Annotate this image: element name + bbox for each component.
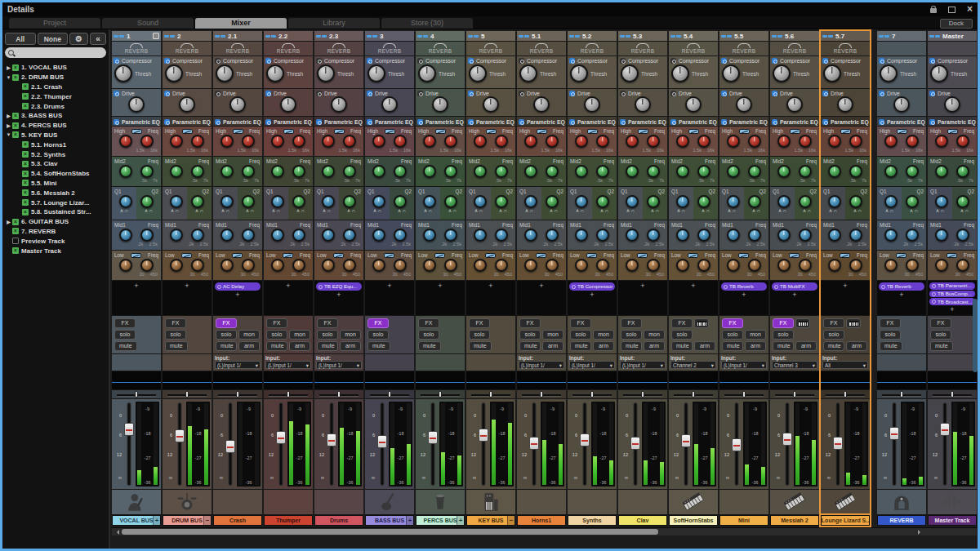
pan-handle[interactable]: [185, 391, 189, 398]
high-gain-knob[interactable]: [935, 135, 948, 148]
q2-knob[interactable]: [748, 195, 761, 208]
track-name-label[interactable]: KEY BUS −: [466, 515, 515, 526]
q1-knob[interactable]: [170, 195, 183, 208]
fx-button[interactable]: FX: [722, 318, 743, 328]
sidebar-track-item[interactable]: × 5.7. Lounge Lizar...: [5, 198, 106, 207]
pan-handle[interactable]: [590, 391, 594, 398]
monitor-button[interactable]: mon: [644, 330, 665, 340]
shelf-toggle-icon[interactable]: [840, 129, 851, 134]
pan-handle[interactable]: [287, 391, 290, 398]
pan-handle[interactable]: [236, 391, 239, 398]
drive-knob[interactable]: [533, 96, 550, 113]
fx-button[interactable]: FX: [114, 318, 136, 328]
power-icon[interactable]: [879, 91, 884, 96]
fx-button[interactable]: FX: [469, 318, 490, 328]
low-gain-knob[interactable]: [423, 259, 436, 272]
track-name-label[interactable]: VOCAL BUS +: [112, 515, 161, 526]
sidebar-track-item[interactable]: × 5.6. Messiah 2: [5, 188, 106, 198]
volume-fader[interactable]: [832, 402, 843, 487]
volume-fader[interactable]: [939, 402, 950, 487]
sidebar-track-item[interactable]: × 5.2. Synths: [5, 149, 106, 159]
shelf-toggle-icon[interactable]: [536, 253, 546, 258]
fader-cap[interactable]: [124, 423, 134, 436]
channel-header[interactable]: 5.1: [517, 31, 566, 42]
pan-slider[interactable]: [264, 390, 313, 399]
mute-button[interactable]: mute: [671, 341, 693, 351]
visibility-checkbox[interactable]: ×: [22, 141, 29, 148]
shelf-toggle-icon[interactable]: [385, 129, 395, 134]
arm-button[interactable]: arm: [694, 341, 715, 351]
insert-chip[interactable]: TB Broadcast...: [929, 298, 975, 305]
arm-button[interactable]: arm: [593, 341, 614, 351]
q1-knob[interactable]: [676, 195, 689, 208]
insert-chip[interactable]: TB Reverb: [721, 282, 767, 291]
all-button[interactable]: All: [5, 33, 36, 45]
mute-button[interactable]: mute: [621, 341, 642, 351]
tab-store-30-[interactable]: Store (30): [381, 18, 473, 29]
send-slot[interactable]: REVERB: [314, 42, 363, 56]
drive-knob[interactable]: [893, 96, 910, 113]
fx-button[interactable]: FX: [216, 318, 237, 328]
channel-header[interactable]: 5.3: [618, 31, 667, 42]
solo-button[interactable]: solo: [621, 330, 642, 340]
fader-cap[interactable]: [428, 431, 438, 444]
mid2-gain-knob[interactable]: [322, 165, 335, 178]
add-insert-button[interactable]: +: [742, 291, 746, 299]
power-icon[interactable]: [620, 91, 626, 96]
add-insert-button[interactable]: +: [792, 291, 796, 299]
high-gain-knob[interactable]: [676, 135, 689, 148]
volume-fader[interactable]: [275, 402, 286, 487]
thresh-knob[interactable]: [165, 64, 183, 82]
automation-strip[interactable]: [618, 371, 667, 390]
scroll-right-arrow[interactable]: [918, 530, 923, 535]
keyboard-icon[interactable]: [795, 318, 810, 328]
fx-button[interactable]: FX: [165, 318, 186, 328]
thresh-knob[interactable]: [671, 64, 689, 82]
shelf-toggle-icon[interactable]: [897, 129, 907, 134]
solo-button[interactable]: solo: [930, 330, 951, 340]
shelf-toggle-icon[interactable]: [283, 253, 293, 258]
sidebar-track-item[interactable]: × 5.3. Clav: [5, 159, 106, 169]
drive-knob[interactable]: [786, 96, 803, 113]
q1-knob[interactable]: [575, 195, 588, 208]
pan-slider[interactable]: [877, 390, 926, 399]
mid1-gain-knob[interactable]: [777, 229, 791, 242]
low-freq-knob[interactable]: [140, 259, 154, 272]
monitor-button[interactable]: mon: [340, 330, 361, 340]
track-name-label[interactable]: DRUM BUS −: [163, 515, 212, 526]
vertical-scrollbar[interactable]: [973, 299, 978, 372]
power-icon[interactable]: [879, 119, 884, 125]
horizontal-scrollbar[interactable]: [112, 527, 977, 535]
gear-icon[interactable]: ⚙: [69, 33, 88, 45]
fx-button[interactable]: FX: [671, 318, 693, 328]
solo-button[interactable]: solo: [823, 330, 844, 340]
pan-slider[interactable]: [416, 390, 465, 399]
power-icon[interactable]: [670, 58, 676, 64]
pan-slider[interactable]: [466, 390, 515, 399]
fader-cap[interactable]: [681, 434, 691, 447]
channel-header[interactable]: 5.2: [568, 31, 617, 42]
insert-chip[interactable]: TB BusComp...: [929, 291, 975, 298]
sidebar-track-item[interactable]: ▼ × 2. DRUM BUS: [5, 73, 106, 82]
high-gain-knob[interactable]: [220, 135, 234, 148]
scroll-left-arrow[interactable]: [114, 530, 119, 535]
pan-slider[interactable]: [719, 390, 768, 399]
low-freq-knob[interactable]: [849, 259, 862, 272]
fx-button[interactable]: FX: [773, 318, 794, 328]
mid2-freq-knob[interactable]: [799, 165, 812, 178]
power-icon[interactable]: [670, 119, 676, 125]
sidebar-track-item[interactable]: Preview Track: [5, 236, 106, 246]
send-slot[interactable]: REVERB: [821, 42, 870, 56]
volume-fader[interactable]: [225, 402, 235, 487]
thresh-knob[interactable]: [930, 64, 948, 82]
track-name-label[interactable]: Messiah 2: [770, 515, 819, 526]
low-freq-knob[interactable]: [444, 259, 457, 272]
sidebar-track-item[interactable]: × 7. REVERB: [5, 227, 106, 237]
fader-cap[interactable]: [580, 433, 590, 447]
insert-chip[interactable]: TB Reverb: [879, 282, 924, 291]
drive-knob[interactable]: [736, 96, 752, 113]
power-icon[interactable]: [620, 58, 626, 64]
low-gain-knob[interactable]: [575, 259, 588, 272]
shelf-toggle-icon[interactable]: [384, 253, 394, 258]
power-icon[interactable]: [316, 119, 322, 125]
